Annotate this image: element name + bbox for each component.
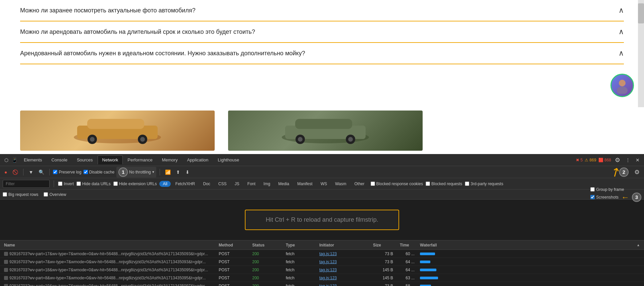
disable-cache-checkbox[interactable]: Disable cache	[84, 170, 114, 174]
col-waterfall[interactable]: Waterfall ▲	[417, 243, 643, 247]
tab-console[interactable]: Console	[47, 155, 72, 164]
cell-type: fetch	[283, 284, 317, 286]
table-row[interactable]: 92816703?wv-part=18&wv-type=7&wmode=0&wv…	[0, 266, 644, 274]
filter-fetch-xhr[interactable]: Fetch/XHR	[172, 181, 199, 187]
col-status[interactable]: Status	[250, 243, 283, 247]
invert-checkbox[interactable]: Invert	[58, 182, 74, 186]
tab-memory[interactable]: Memory	[157, 155, 182, 164]
row-icon	[4, 284, 8, 286]
tab-sources[interactable]: Sources	[72, 155, 98, 164]
row-icon	[4, 260, 8, 264]
faq-chevron-2: ∧	[619, 27, 624, 36]
cell-initiator[interactable]: tag.js:123	[317, 284, 370, 286]
cell-waterfall	[417, 259, 643, 265]
filter-ws[interactable]: WS	[317, 181, 330, 187]
filter-other[interactable]: Other	[351, 181, 368, 187]
col-time[interactable]: Time	[397, 243, 417, 247]
table-row[interactable]: 92816703?wv-part=8&wv-type=7&wmode=0&wv-…	[0, 274, 644, 282]
col-name[interactable]: Name	[1, 243, 216, 247]
preserve-log-checkbox[interactable]: Preserve log	[53, 170, 81, 174]
devtools-inspect-button[interactable]: ⬡	[3, 156, 10, 164]
table-row[interactable]: 92816703?wv-part=19&wv-type=7&wmode=0&wv…	[0, 282, 644, 286]
filter-doc[interactable]: Doc	[200, 181, 214, 187]
col-method[interactable]: Method	[216, 243, 250, 247]
filter-input[interactable]	[3, 180, 50, 188]
col-size[interactable]: Size	[370, 243, 397, 247]
clear-button[interactable]: 🚫	[11, 168, 20, 176]
filter-divider	[54, 181, 54, 187]
car-image-1	[20, 111, 215, 151]
filter-js[interactable]: JS	[231, 181, 243, 187]
search-button[interactable]: 🔍	[37, 168, 46, 176]
blocked-response-checkbox[interactable]: Blocked response cookies	[371, 182, 423, 186]
hide-data-urls-checkbox[interactable]: Hide data URLs	[76, 182, 111, 186]
toolbar-divider-3	[160, 169, 160, 175]
page-scrollbar[interactable]	[638, 0, 644, 107]
filter-font[interactable]: Font	[244, 181, 259, 187]
filter-button[interactable]: ▼	[27, 168, 35, 176]
tab-application[interactable]: Application	[182, 155, 213, 164]
filter-wasm[interactable]: Wasm	[332, 181, 350, 187]
big-request-rows-checkbox[interactable]: Big request rows	[3, 192, 38, 197]
cell-method: POST	[216, 284, 250, 286]
cell-time: 60 ...	[397, 252, 417, 256]
svg-point-6	[140, 137, 145, 142]
hide-extension-urls-checkbox[interactable]: Hide extension URLs	[113, 182, 157, 186]
devtools-device-button[interactable]: 📱	[10, 156, 19, 164]
filter-all[interactable]: All	[159, 181, 170, 187]
wifi-button[interactable]: 📶	[163, 168, 172, 176]
cell-initiator[interactable]: tag.js:123	[317, 260, 370, 264]
cell-name: 92816703?wv-part=8&wv-type=7&wmode=0&wv-…	[1, 276, 216, 280]
annotation-1: 1	[118, 167, 128, 177]
svg-point-14	[619, 80, 626, 86]
faq-item-2[interactable]: Можно ли арендовать автомобиль на длител…	[20, 21, 624, 43]
upload-button[interactable]: ⬆	[174, 168, 182, 176]
cell-initiator[interactable]: tag.js:123	[317, 268, 370, 272]
filter-img[interactable]: Img	[260, 181, 274, 187]
devtools-close-button[interactable]: ✕	[634, 156, 641, 164]
cell-waterfall	[417, 267, 643, 273]
tab-elements[interactable]: Elements	[19, 155, 47, 164]
filter-manifest[interactable]: Manifest	[294, 181, 316, 187]
filter-media[interactable]: Media	[275, 181, 293, 187]
col-type[interactable]: Type	[283, 243, 317, 247]
screenshots-checkbox[interactable]: Screenshots	[590, 195, 619, 200]
network-toolbar: ● 🚫 ▼ 🔍 Preserve log Disable cache 1 No …	[0, 166, 644, 178]
group-by-frame-checkbox[interactable]: Group by frame	[590, 187, 641, 192]
filmstrip-prompt-text: Hit Ctrl + R to reload and capture films…	[266, 216, 378, 223]
cell-name: 92816703?wv-part=18&wv-type=7&wmode=0&wv…	[1, 268, 216, 272]
tab-lighthouse[interactable]: Lighthouse	[213, 155, 244, 164]
filmstrip-prompt-area: Hit Ctrl + R to reload and capture films…	[0, 200, 644, 240]
overview-checkbox[interactable]: Overview	[44, 192, 66, 197]
network-settings-button[interactable]: ⚙	[633, 167, 641, 177]
download-button[interactable]: ⬇	[184, 168, 191, 176]
table-row[interactable]: 92816703?wv-part=17&wv-type=7&wmode=0&wv…	[0, 250, 644, 258]
filmstrip-box: Hit Ctrl + R to reload and capture films…	[245, 210, 399, 230]
record-button[interactable]: ●	[3, 168, 9, 176]
blocked-requests-checkbox[interactable]: Blocked requests	[426, 182, 462, 186]
throttling-selector[interactable]: 1 No throttling ▾	[116, 167, 156, 177]
cell-status: 200	[250, 260, 283, 264]
error-badge: ✖ 5	[576, 158, 583, 162]
cell-size: 145 B	[370, 268, 397, 272]
svg-rect-9	[295, 119, 352, 129]
tab-network[interactable]: Network	[98, 155, 123, 164]
faq-item-1[interactable]: Можно ли заранее посмотреть актуальные ф…	[20, 0, 624, 21]
devtools-more-button[interactable]: ⋮	[624, 156, 632, 164]
faq-item-3[interactable]: Арендованный автомобиль нужен в идеально…	[20, 43, 624, 64]
third-party-checkbox[interactable]: 3rd-party requests	[465, 182, 503, 186]
filter-row: Invert Hide data URLs Hide extension URL…	[0, 178, 644, 190]
devtools-tabs-bar: ⬡ 📱 Elements Console Sources Network Per…	[0, 154, 644, 166]
cell-name: 92816703?wv-part=19&wv-type=7&wmode=0&wv…	[1, 284, 216, 286]
right-options: Group by frame Screenshots ← 3	[590, 187, 641, 202]
table-row[interactable]: 92816703?wv-part=7&wv-type=7&wmode=0&wv-…	[0, 258, 644, 266]
tab-performance[interactable]: Performance	[123, 155, 157, 164]
cell-initiator[interactable]: tag.js:123	[317, 252, 370, 256]
col-initiator[interactable]: Initiator	[317, 243, 370, 247]
devtools-settings-button[interactable]: ⚙	[613, 155, 622, 165]
scrollbar-thumb[interactable]	[638, 3, 644, 23]
cell-initiator[interactable]: tag.js:123	[317, 276, 370, 280]
faq-text-3: Арендованный автомобиль нужен в идеально…	[20, 50, 305, 57]
filter-css[interactable]: CSS	[215, 181, 230, 187]
profile-avatar[interactable]	[610, 74, 634, 97]
